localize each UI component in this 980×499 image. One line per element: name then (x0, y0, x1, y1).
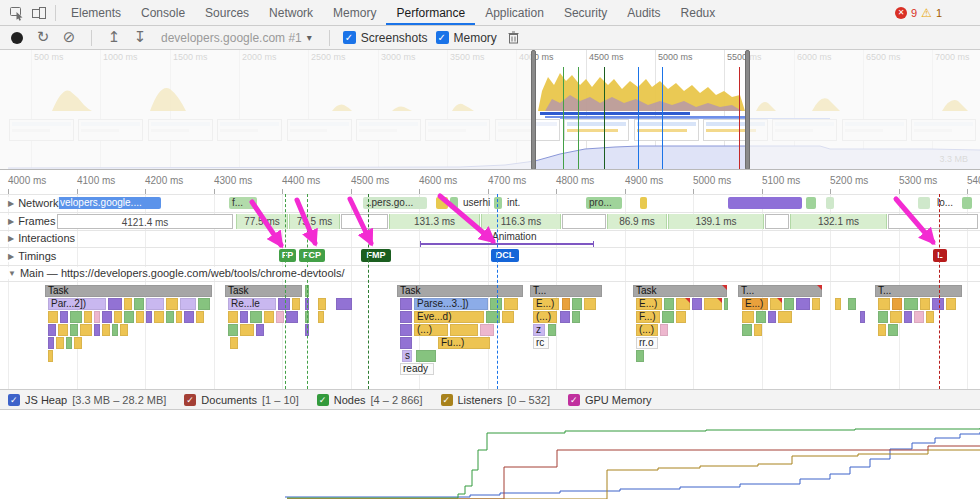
tab-redux[interactable]: Redux (671, 0, 726, 25)
network-track-label[interactable]: Network (8, 197, 59, 209)
flame-event[interactable] (904, 311, 912, 323)
save-profile-button[interactable]: ↧ (131, 29, 149, 47)
flame-event[interactable]: Task (225, 285, 302, 297)
flame-event[interactable] (400, 311, 412, 323)
flame-event[interactable] (94, 324, 100, 336)
screenshot-thumbnail[interactable] (634, 119, 699, 141)
flame-event[interactable] (146, 298, 164, 310)
frame-bar[interactable]: 131.3 ms (389, 214, 480, 229)
tab-performance[interactable]: Performance (386, 0, 475, 25)
flame-event[interactable] (742, 324, 752, 336)
network-request-bar[interactable]: velopers.google.... (57, 197, 161, 209)
device-toolbar-icon[interactable] (28, 3, 50, 23)
flame-event[interactable]: z (533, 324, 545, 336)
flame-event[interactable] (102, 324, 110, 336)
flame-event[interactable] (70, 324, 78, 336)
flame-event[interactable] (74, 337, 82, 349)
flame-event[interactable] (66, 337, 72, 349)
counters-chart[interactable] (0, 410, 980, 499)
flame-event[interactable] (240, 324, 254, 336)
flame-event[interactable]: s (402, 350, 412, 362)
flame-event[interactable] (890, 311, 902, 323)
flame-event[interactable] (562, 298, 570, 310)
flame-event[interactable]: (...) (636, 324, 658, 336)
flame-event[interactable] (84, 311, 92, 323)
flame-event[interactable] (58, 324, 68, 336)
flame-event[interactable] (250, 311, 262, 323)
frame-bar[interactable] (765, 214, 789, 229)
flame-event[interactable] (230, 337, 238, 349)
network-request-bar[interactable] (918, 197, 930, 209)
flame-event[interactable] (756, 311, 766, 323)
flame-event[interactable]: T... (875, 285, 962, 297)
flame-event[interactable] (228, 324, 238, 336)
flame-event[interactable] (662, 311, 674, 323)
record-button[interactable] (8, 29, 26, 47)
network-request-bar[interactable]: pro... (586, 197, 622, 209)
timings-track-label[interactable]: Timings (8, 250, 56, 262)
flame-event[interactable] (878, 311, 888, 323)
counter-toggle-nodes[interactable]: Nodes[4 – 2 866] (317, 394, 423, 406)
clear-recording-button[interactable]: ⊘ (60, 29, 78, 47)
screenshots-checkbox[interactable]: Screenshots (343, 31, 428, 45)
tab-network[interactable]: Network (259, 0, 323, 25)
tab-elements[interactable]: Elements (61, 0, 131, 25)
network-request-bar[interactable] (640, 197, 647, 209)
flame-event[interactable] (742, 311, 754, 323)
tab-memory[interactable]: Memory (323, 0, 386, 25)
flame-event[interactable] (278, 298, 290, 310)
flame-event[interactable] (664, 298, 674, 310)
frame-bar[interactable]: 139.1 ms (668, 214, 764, 229)
flame-event[interactable]: T... (530, 285, 602, 297)
flame-event[interactable]: (...) (533, 311, 557, 323)
network-request-bar[interactable]: lo... (934, 197, 958, 209)
screenshot-thumbnail[interactable] (564, 119, 629, 141)
network-request-bar[interactable]: ..pers.go... (363, 197, 427, 209)
flame-event[interactable] (724, 298, 728, 310)
flame-event[interactable] (80, 324, 92, 336)
flame-event[interactable] (932, 298, 944, 310)
frame-bar[interactable]: 75.5 ms (289, 214, 340, 229)
target-select[interactable]: developers.google.com #1 ▾ (157, 31, 316, 45)
flame-event[interactable] (108, 298, 122, 310)
network-request-bar[interactable]: userhi (460, 197, 494, 209)
flame-chart[interactable]: TaskTaskTaskT...TaskT...T...Par...2])Re.… (0, 281, 980, 389)
memory-checkbox[interactable]: Memory (436, 31, 497, 45)
timing-marker-dcl[interactable]: DCL (491, 249, 519, 262)
selection-handle-left[interactable] (531, 50, 536, 170)
flame-event[interactable]: E...) (742, 298, 768, 310)
flame-event[interactable] (318, 298, 326, 310)
flame-event[interactable] (914, 311, 924, 323)
flame-event[interactable] (124, 311, 134, 323)
flame-event[interactable] (48, 324, 56, 336)
flame-event[interactable] (504, 298, 518, 310)
flame-event[interactable] (888, 324, 898, 336)
flame-event[interactable]: Par...2]) (48, 298, 106, 310)
flame-event[interactable]: Task (633, 285, 727, 297)
flame-event[interactable] (56, 337, 64, 349)
flame-event[interactable] (48, 311, 58, 323)
flame-event[interactable] (796, 298, 810, 310)
flame-event[interactable] (124, 298, 132, 310)
flame-event[interactable] (660, 324, 668, 336)
flame-event[interactable] (812, 298, 820, 310)
network-request-bar[interactable] (728, 197, 802, 209)
timing-marker-l[interactable]: L (933, 249, 947, 262)
frames-track-label[interactable]: Frames (8, 215, 55, 227)
flame-event[interactable] (318, 311, 324, 323)
counter-toggle-gpu-memory[interactable]: GPU Memory (568, 394, 652, 406)
flame-event[interactable] (676, 298, 690, 310)
flame-event[interactable]: E...) (636, 298, 662, 310)
flame-event[interactable] (146, 311, 152, 323)
flame-event[interactable] (784, 298, 794, 310)
flame-event[interactable] (48, 337, 54, 349)
flame-event[interactable]: E...) (533, 298, 559, 310)
flame-event[interactable]: Re...le (228, 298, 276, 310)
selection-handle-right[interactable] (745, 50, 750, 170)
flame-event[interactable] (770, 298, 782, 310)
flame-event[interactable]: (...) (414, 324, 448, 336)
flame-event[interactable] (560, 311, 570, 323)
frame-bar[interactable]: 132.1 ms (790, 214, 887, 229)
frame-bar[interactable] (888, 214, 978, 229)
network-request-bar[interactable] (962, 197, 972, 209)
